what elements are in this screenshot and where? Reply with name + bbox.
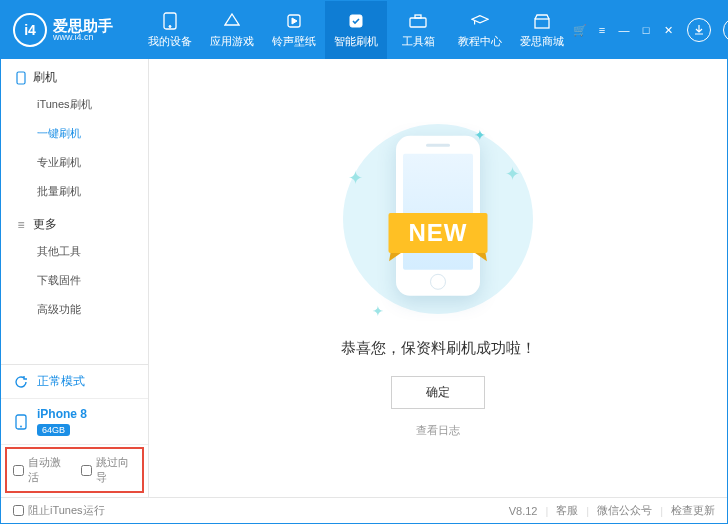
menu-icon[interactable]: ≡ <box>595 23 609 37</box>
highlighted-options: 自动激活 跳过向导 <box>5 447 144 493</box>
logo-icon: i4 <box>13 13 47 47</box>
ringtone-icon <box>285 12 303 30</box>
status-bar: 阻止iTunes运行 V8.12 | 客服 | 微信公众号 | 检查更新 <box>1 497 727 523</box>
app-logo: i4 爱思助手 www.i4.cn <box>13 13 133 47</box>
list-icon: ≡ <box>15 219 27 231</box>
phone-small-icon <box>15 72 27 84</box>
nav-tutorial[interactable]: 教程中心 <box>449 1 511 59</box>
toolbox-icon <box>409 12 427 30</box>
sidebar-section-flash[interactable]: 刷机 <box>15 69 148 86</box>
nav-app-games[interactable]: 应用游戏 <box>201 1 263 59</box>
sidebar: 刷机 iTunes刷机 一键刷机 专业刷机 批量刷机 ≡ 更多 其他工具 下载固… <box>1 59 149 497</box>
nav-store[interactable]: 爱思商城 <box>511 1 573 59</box>
maximize-button[interactable]: □ <box>639 23 653 37</box>
view-log-link[interactable]: 查看日志 <box>416 423 460 438</box>
app-subdomain: www.i4.cn <box>53 33 113 42</box>
download-button[interactable] <box>687 18 711 42</box>
svg-point-1 <box>169 25 171 27</box>
version-label: V8.12 <box>509 505 538 517</box>
main-nav: 我的设备 应用游戏 铃声壁纸 智能刷机 工具箱 教程中心 <box>139 1 573 59</box>
nav-my-device[interactable]: 我的设备 <box>139 1 201 59</box>
sidebar-section-more[interactable]: ≡ 更多 <box>15 216 148 233</box>
wechat-link[interactable]: 微信公众号 <box>597 503 652 518</box>
device-storage-badge: 64GB <box>37 424 70 436</box>
new-ribbon: NEW <box>389 213 488 253</box>
auto-activate-checkbox[interactable]: 自动激活 <box>13 455 69 485</box>
check-update-link[interactable]: 检查更新 <box>671 503 715 518</box>
success-message: 恭喜您，保资料刷机成功啦！ <box>341 339 536 358</box>
sidebar-item-itunes-flash[interactable]: iTunes刷机 <box>15 90 148 119</box>
device-mode-row[interactable]: 正常模式 <box>1 365 148 399</box>
svg-rect-8 <box>17 72 25 84</box>
app-name: 爱思助手 <box>53 18 113 33</box>
sidebar-item-oneclick-flash[interactable]: 一键刷机 <box>15 119 148 148</box>
phone-icon <box>161 12 179 30</box>
skip-guide-checkbox[interactable]: 跳过向导 <box>81 455 137 485</box>
device-name: iPhone 8 <box>37 407 87 421</box>
nav-ringtone[interactable]: 铃声壁纸 <box>263 1 325 59</box>
device-info-row[interactable]: iPhone 8 64GB <box>1 399 148 445</box>
svg-rect-5 <box>415 15 421 18</box>
success-illustration: ✦ ✦ ✦ ✦ NEW <box>328 119 548 319</box>
nav-smart-flash[interactable]: 智能刷机 <box>325 1 387 59</box>
nav-toolbox[interactable]: 工具箱 <box>387 1 449 59</box>
device-icon <box>13 414 29 430</box>
sidebar-item-batch-flash[interactable]: 批量刷机 <box>15 177 148 206</box>
titlebar: i4 爱思助手 www.i4.cn 我的设备 应用游戏 铃声壁纸 智能刷机 <box>1 1 727 59</box>
store-icon <box>533 12 551 30</box>
sidebar-item-pro-flash[interactable]: 专业刷机 <box>15 148 148 177</box>
close-button[interactable]: ✕ <box>661 23 675 37</box>
apps-icon <box>223 12 241 30</box>
svg-rect-4 <box>410 18 426 27</box>
user-button[interactable] <box>723 18 728 42</box>
sparkle-icon: ✦ <box>348 167 363 189</box>
minimize-button[interactable]: — <box>617 23 631 37</box>
sidebar-item-other-tools[interactable]: 其他工具 <box>15 237 148 266</box>
refresh-icon <box>13 374 29 390</box>
sparkle-icon: ✦ <box>372 303 384 319</box>
tutorial-icon <box>471 12 489 30</box>
main-content: ✦ ✦ ✦ ✦ NEW 恭喜您，保资料刷机成功啦！ 确定 查看日志 <box>149 59 727 497</box>
svg-rect-6 <box>535 19 549 28</box>
sidebar-item-advanced[interactable]: 高级功能 <box>15 295 148 324</box>
block-itunes-checkbox[interactable]: 阻止iTunes运行 <box>13 503 105 518</box>
cart-icon[interactable]: 🛒 <box>573 23 587 37</box>
svg-point-10 <box>20 425 22 427</box>
window-controls: 🛒 ≡ — □ ✕ <box>573 18 728 42</box>
sidebar-item-download-firmware[interactable]: 下载固件 <box>15 266 148 295</box>
ok-button[interactable]: 确定 <box>391 376 485 409</box>
support-link[interactable]: 客服 <box>556 503 578 518</box>
sparkle-icon: ✦ <box>505 163 520 185</box>
flash-icon <box>347 12 365 30</box>
